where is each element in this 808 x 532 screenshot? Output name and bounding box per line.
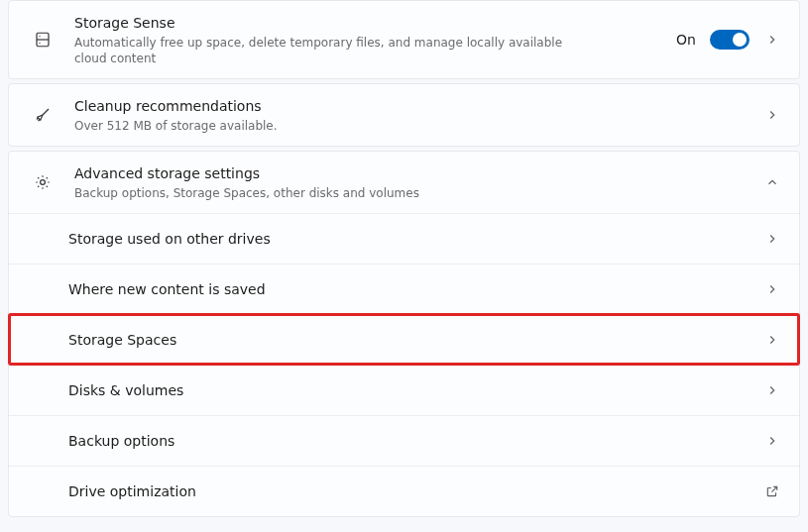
list-item-label: Drive optimization <box>68 481 763 501</box>
list-item-label: Storage used on other drives <box>68 229 763 249</box>
storage-icon <box>31 31 55 49</box>
where-new-content-saved-row[interactable]: Where new content is saved <box>9 264 799 314</box>
chevron-right-icon <box>763 331 781 349</box>
cleanup-title: Cleanup recommendations <box>74 96 763 116</box>
external-link-icon <box>763 482 781 500</box>
storage-spaces-row[interactable]: Storage Spaces <box>9 314 799 365</box>
chevron-up-icon <box>763 173 781 191</box>
broom-icon <box>31 106 55 124</box>
svg-point-7 <box>41 180 46 185</box>
chevron-right-icon <box>763 230 781 248</box>
cleanup-recommendations-row[interactable]: Cleanup recommendations Over 512 MB of s… <box>9 84 799 146</box>
chevron-right-icon <box>763 432 781 450</box>
list-item-label: Where new content is saved <box>68 279 763 299</box>
storage-used-other-drives-row[interactable]: Storage used on other drives <box>9 213 799 264</box>
storage-sense-state: On <box>676 32 696 48</box>
gear-icon <box>31 173 55 191</box>
list-item-label: Backup options <box>68 431 763 451</box>
storage-sense-desc: Automatically free up space, delete temp… <box>74 35 590 66</box>
drive-optimization-row[interactable]: Drive optimization <box>9 466 799 516</box>
svg-line-6 <box>39 120 41 122</box>
advanced-title: Advanced storage settings <box>74 163 763 183</box>
storage-sense-toggle[interactable] <box>710 30 750 50</box>
chevron-right-icon <box>763 31 781 49</box>
storage-sense-row[interactable]: Storage Sense Automatically free up spac… <box>9 1 799 78</box>
chevron-right-icon <box>763 381 781 399</box>
cleanup-desc: Over 512 MB of storage available. <box>74 118 590 134</box>
svg-point-3 <box>39 43 40 44</box>
disks-and-volumes-row[interactable]: Disks & volumes <box>9 365 799 415</box>
chevron-right-icon <box>763 106 781 124</box>
storage-sense-title: Storage Sense <box>74 13 676 33</box>
chevron-right-icon <box>763 280 781 298</box>
list-item-label: Storage Spaces <box>68 330 763 350</box>
advanced-desc: Backup options, Storage Spaces, other di… <box>74 185 590 201</box>
list-item-label: Disks & volumes <box>68 380 763 400</box>
svg-point-2 <box>39 36 40 37</box>
advanced-storage-header[interactable]: Advanced storage settings Backup options… <box>9 152 799 213</box>
backup-options-row[interactable]: Backup options <box>9 415 799 466</box>
svg-line-5 <box>37 118 39 120</box>
